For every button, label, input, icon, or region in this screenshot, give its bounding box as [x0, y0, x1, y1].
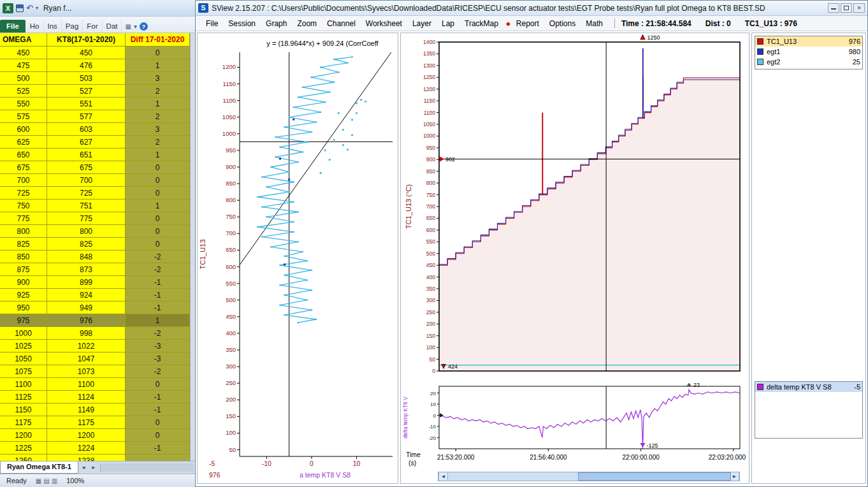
ribbon-tab-ho[interactable]: Ho: [26, 20, 44, 33]
cell[interactable]: 775: [47, 212, 126, 225]
legend-item[interactable]: TC1_U13976: [755, 36, 862, 47]
cell[interactable]: -2: [126, 251, 190, 263]
view-break-icon[interactable]: ▥: [52, 477, 57, 484]
scrollbar-thumb[interactable]: [578, 472, 731, 481]
cell[interactable]: 1200: [0, 429, 47, 442]
cell[interactable]: 1250: [0, 454, 47, 461]
sheet-tab[interactable]: Ryan Omega KT8-1: [0, 462, 78, 474]
cell[interactable]: 1100: [0, 378, 47, 391]
menu-zoom[interactable]: Zoom: [292, 17, 322, 30]
cell[interactable]: 0: [126, 225, 190, 238]
view-layout-icon[interactable]: ▤: [43, 477, 49, 484]
column-header-omega[interactable]: OMEGA: [0, 33, 47, 47]
minimize-button[interactable]: [828, 3, 839, 13]
cell[interactable]: 775: [0, 212, 47, 225]
cell[interactable]: 675: [0, 161, 47, 174]
cell[interactable]: 650: [0, 149, 47, 161]
help-icon[interactable]: ?: [140, 22, 148, 31]
cell[interactable]: 0: [126, 416, 190, 429]
cell[interactable]: 1073: [47, 365, 126, 378]
ribbon-tab-ins[interactable]: Ins: [44, 20, 62, 33]
sheet-nav-right-icon[interactable]: ►: [89, 462, 99, 474]
cell[interactable]: 1: [126, 200, 190, 212]
cell[interactable]: 1025: [0, 340, 47, 353]
excel-app-icon[interactable]: X: [3, 3, 13, 13]
cell[interactable]: 700: [0, 174, 47, 187]
cell[interactable]: 577: [47, 110, 126, 123]
cell[interactable]: 800: [0, 225, 47, 238]
save-icon[interactable]: [16, 4, 24, 12]
cell[interactable]: 825: [47, 238, 126, 251]
sheet-nav-left-icon[interactable]: ◄: [78, 462, 89, 474]
cell[interactable]: 475: [0, 59, 47, 72]
cell[interactable]: 750: [0, 200, 47, 212]
menu-worksheet[interactable]: Worksheet: [361, 17, 407, 30]
cell[interactable]: 1238: [47, 454, 126, 461]
cell[interactable]: -1: [126, 302, 190, 314]
cell[interactable]: 725: [47, 187, 126, 200]
ribbon-tab-dat[interactable]: Dat: [103, 20, 122, 33]
cell[interactable]: 527: [47, 85, 126, 98]
menu-layer[interactable]: Layer: [407, 17, 437, 30]
cell[interactable]: 1175: [47, 416, 126, 429]
column-header-kt8[interactable]: KT8(17-01-2020): [47, 33, 126, 47]
cell[interactable]: 950: [0, 302, 47, 314]
scrollbar-right-arrow[interactable]: ►: [730, 472, 739, 481]
cell[interactable]: 825: [0, 238, 47, 251]
cell[interactable]: 800: [47, 225, 126, 238]
menu-report[interactable]: Report: [511, 17, 544, 30]
cell[interactable]: 450: [47, 47, 126, 59]
cell[interactable]: 751: [47, 200, 126, 212]
cell[interactable]: 600: [0, 123, 47, 136]
cell[interactable]: 0: [126, 187, 190, 200]
cell[interactable]: -2: [126, 263, 190, 276]
cell[interactable]: 0: [126, 161, 190, 174]
cell[interactable]: 924: [47, 289, 126, 302]
cell[interactable]: 0: [126, 212, 190, 225]
cell[interactable]: 949: [47, 302, 126, 314]
cell[interactable]: 873: [47, 263, 126, 276]
cell[interactable]: 450: [0, 47, 47, 59]
quick-access-caret-icon[interactable]: ▾: [36, 5, 38, 11]
cell[interactable]: [126, 454, 190, 461]
cell[interactable]: 1: [126, 98, 190, 110]
cell[interactable]: 976: [47, 314, 126, 327]
column-header-diff[interactable]: Diff 17-01-2020: [126, 33, 190, 47]
cell[interactable]: -3: [126, 340, 190, 353]
cell[interactable]: 627: [47, 136, 126, 149]
legend-item[interactable]: egt1980: [755, 47, 862, 57]
cell[interactable]: 2: [126, 110, 190, 123]
cell[interactable]: 2: [126, 136, 190, 149]
cell[interactable]: 1: [126, 59, 190, 72]
cell[interactable]: 1: [126, 314, 190, 327]
cell[interactable]: 1225: [0, 442, 47, 454]
cell[interactable]: 1200: [47, 429, 126, 442]
cell[interactable]: -1: [126, 442, 190, 454]
cell[interactable]: 725: [0, 187, 47, 200]
cell[interactable]: 1000: [0, 327, 47, 340]
cell[interactable]: 575: [0, 110, 47, 123]
maximize-button[interactable]: [841, 3, 852, 13]
scrollbar-track[interactable]: [448, 472, 730, 481]
scrollbar-left-arrow[interactable]: ◄: [438, 472, 448, 481]
cell[interactable]: 900: [0, 276, 47, 289]
cell[interactable]: -1: [126, 289, 190, 302]
scatter-chart[interactable]: y = (18.9644*x) + 909.24 (CorrCoeff50100…: [198, 33, 398, 482]
excel-vertical-scrollbar[interactable]: [190, 33, 195, 461]
cell[interactable]: 503: [47, 72, 126, 85]
close-button[interactable]: ×: [853, 3, 865, 13]
cell[interactable]: 0: [126, 47, 190, 59]
cell[interactable]: 1175: [0, 416, 47, 429]
cell[interactable]: 0: [126, 429, 190, 442]
cell[interactable]: 651: [47, 149, 126, 161]
cell[interactable]: 1050: [0, 353, 47, 365]
cell[interactable]: -1: [126, 403, 190, 416]
cell[interactable]: -1: [126, 391, 190, 403]
cell[interactable]: -3: [126, 353, 190, 365]
ribbon-tab-pag[interactable]: Pag: [62, 20, 83, 33]
cell[interactable]: 603: [47, 123, 126, 136]
cell[interactable]: 476: [47, 59, 126, 72]
cell[interactable]: 700: [47, 174, 126, 187]
cell[interactable]: 899: [47, 276, 126, 289]
toolbar-grid-icon[interactable]: ▦: [125, 23, 131, 30]
